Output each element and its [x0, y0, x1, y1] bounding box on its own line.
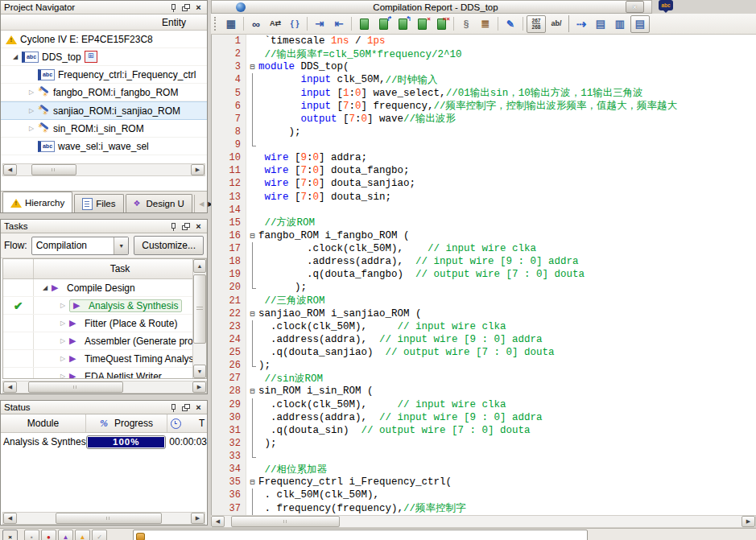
pin-button[interactable]	[167, 221, 179, 232]
filter-flag-button[interactable]: ✓	[92, 530, 107, 540]
project-navigator-hscrollbar[interactable]: ◀ ▶	[2, 163, 205, 176]
task-fitter[interactable]: ▷Fitter (Place & Route)	[3, 315, 206, 332]
expand-expander-icon[interactable]: ▷	[56, 337, 69, 344]
scrollbar-thumb[interactable]	[56, 513, 162, 524]
macro-button[interactable]: ≣	[477, 16, 494, 32]
replace-button[interactable]: A⇄	[266, 16, 284, 32]
entity-frequency-ctrl[interactable]: Frequency_ctrl:i_Frequency_ctrl	[1, 66, 207, 84]
expand-expander-icon[interactable]: ▷	[56, 373, 69, 379]
expand-expander-icon[interactable]: ▷	[56, 355, 69, 362]
status-hscrollbar[interactable]: ◀ ▶	[2, 512, 205, 525]
pin-button[interactable]	[167, 2, 179, 13]
report-window-button[interactable]: ▦	[222, 16, 240, 32]
spellcheck-button[interactable]: ✎	[502, 16, 519, 32]
scroll-left-icon[interactable]: ◀	[211, 516, 225, 527]
fold-collapse-icon[interactable]	[246, 229, 258, 242]
tasks-titlebar[interactable]: Tasks ×	[1, 220, 207, 233]
delete-all-bookmarks-button[interactable]: ××	[432, 16, 450, 32]
toolbar-drag-handle[interactable]	[214, 17, 218, 31]
view-page-button[interactable]: ▥	[611, 16, 629, 32]
entity-dds-top[interactable]: ◢DDS_top	[1, 48, 207, 66]
tasks-hscrollbar[interactable]: ◀ ▶	[2, 381, 207, 394]
task-eda-netlist[interactable]: ▷EDA Netlist Writer	[3, 368, 206, 379]
project-navigator-titlebar[interactable]: Project Navigator ×	[1, 1, 207, 14]
scroll-left-icon[interactable]: ◀	[3, 513, 17, 524]
expand-expander-icon[interactable]: ▷	[56, 319, 69, 327]
entity-fangbo-rom[interactable]: ▷fangbo_ROM:i_fangbo_ROM	[1, 84, 207, 101]
expand-expander-icon[interactable]: ▷	[56, 302, 69, 309]
close-button[interactable]: ×	[192, 221, 204, 232]
syntax-comment-button[interactable]: ab/	[547, 16, 565, 32]
editor-titlebar[interactable]: Compilation Report - DDS_top ×	[211, 0, 652, 14]
close-button[interactable]: ×	[192, 402, 204, 413]
window-menu-icon[interactable]	[236, 2, 246, 12]
entity-device[interactable]: Cyclone IV E: EP4CE15F23C8	[1, 31, 207, 48]
entity-sanjiao-rom[interactable]: ▷sanjiao_ROM:i_sanjiao_ROM	[1, 101, 207, 120]
tab-design-units[interactable]: Design U	[126, 194, 192, 212]
tab-scroll-left-icon[interactable]: ◀	[197, 200, 206, 208]
attach-button[interactable]: §	[457, 16, 475, 32]
previous-bookmark-button[interactable]: ↰	[394, 16, 411, 32]
task-timequest[interactable]: ▷TimeQuest Timing Analysis	[3, 350, 206, 368]
task-compile-design[interactable]: ◢Compile Design	[3, 279, 206, 297]
close-button[interactable]: ×	[192, 2, 204, 13]
collapse-expander-icon[interactable]: ◢	[9, 53, 22, 60]
fold-collapse-icon[interactable]	[246, 60, 258, 73]
scroll-left-icon[interactable]: ◀	[3, 164, 17, 175]
code-editor[interactable]: 1 `timescale 1ns / 1ps2 //输出频率f=clk_50M*…	[211, 35, 756, 515]
entity-sin-rom[interactable]: ▷sin_ROM:i_sin_ROM	[1, 120, 207, 138]
scroll-left-icon[interactable]: ◀	[3, 381, 17, 393]
chevron-down-icon[interactable]: ▼	[114, 237, 128, 254]
filter-warning-button[interactable]: ▲	[75, 530, 90, 540]
scroll-up-icon[interactable]: ▲	[193, 259, 206, 273]
scrollbar-thumb[interactable]	[193, 274, 206, 344]
filter-error-button[interactable]: ●	[41, 530, 56, 540]
next-bookmark-button[interactable]: ↱	[374, 16, 392, 32]
match-delimiter-button[interactable]: { }	[286, 16, 304, 32]
goto-location-button[interactable]: ⇢	[572, 16, 590, 32]
pin-button[interactable]	[167, 402, 179, 413]
insert-bookmark-button[interactable]	[355, 16, 373, 32]
tasks-vertical-scrollbar[interactable]: ▲ ▼	[192, 259, 206, 378]
scroll-right-icon[interactable]: ▶	[191, 513, 204, 524]
scrollbar-thumb[interactable]	[31, 164, 76, 175]
flow-combobox[interactable]: Compilation ▼	[31, 237, 130, 255]
scroll-down-icon[interactable]: ▼	[193, 365, 206, 378]
indent-button[interactable]: ⇥	[311, 16, 328, 32]
scroll-right-icon[interactable]: ▶	[192, 381, 206, 393]
messages-search-combobox[interactable]	[133, 530, 588, 540]
expand-expander-icon[interactable]: ▷	[25, 107, 38, 114]
filter-critical-warning-button[interactable]: ▲	[58, 530, 73, 540]
restore-button[interactable]	[180, 402, 192, 413]
find-button[interactable]: ∞	[247, 16, 265, 32]
editor-hscrollbar[interactable]: ◀ ▶	[211, 515, 756, 528]
customize-button[interactable]: Customize...	[134, 236, 204, 255]
tab-hierarchy[interactable]: Hierarchy	[2, 192, 72, 212]
scrollbar-thumb[interactable]	[28, 381, 123, 393]
fold-collapse-icon[interactable]	[246, 307, 258, 320]
task-assembler[interactable]: ▷Assembler (Generate progra	[3, 332, 206, 350]
abc-balloon-icon[interactable]: abc	[659, 0, 673, 10]
collapse-expander-icon[interactable]: ◢	[39, 284, 52, 291]
filter-default-button[interactable]: ▪	[24, 530, 39, 540]
fold-collapse-icon[interactable]	[246, 476, 258, 488]
entity-wave-sel[interactable]: wave_sel:i_wave_sel	[1, 138, 207, 155]
outdent-button[interactable]: ⇤	[330, 16, 348, 32]
editor-close-button[interactable]: ×	[626, 1, 644, 13]
restore-button[interactable]	[180, 2, 192, 13]
delete-bookmark-button[interactable]: ×	[413, 16, 431, 32]
scroll-right-icon[interactable]: ▶	[191, 164, 204, 175]
fold-collapse-icon[interactable]	[246, 385, 258, 398]
scrollbar-thumb[interactable]	[231, 516, 340, 527]
line-counter-button[interactable]: 267268	[527, 15, 546, 33]
tab-files[interactable]: Files	[74, 194, 123, 212]
task-analysis-synthesis[interactable]: ▷Analysis & Synthesis	[3, 297, 206, 315]
status-titlebar[interactable]: Status ×	[1, 401, 207, 414]
expand-expander-icon[interactable]: ▷	[25, 125, 38, 132]
scroll-right-icon[interactable]: ▶	[742, 516, 755, 527]
view-fit-button[interactable]: ▤	[592, 16, 609, 32]
expand-expander-icon[interactable]: ▷	[25, 89, 38, 96]
restore-button[interactable]	[180, 221, 192, 232]
messages-close-button[interactable]: ×	[2, 530, 18, 540]
view-details-button[interactable]: ▤	[630, 15, 650, 33]
